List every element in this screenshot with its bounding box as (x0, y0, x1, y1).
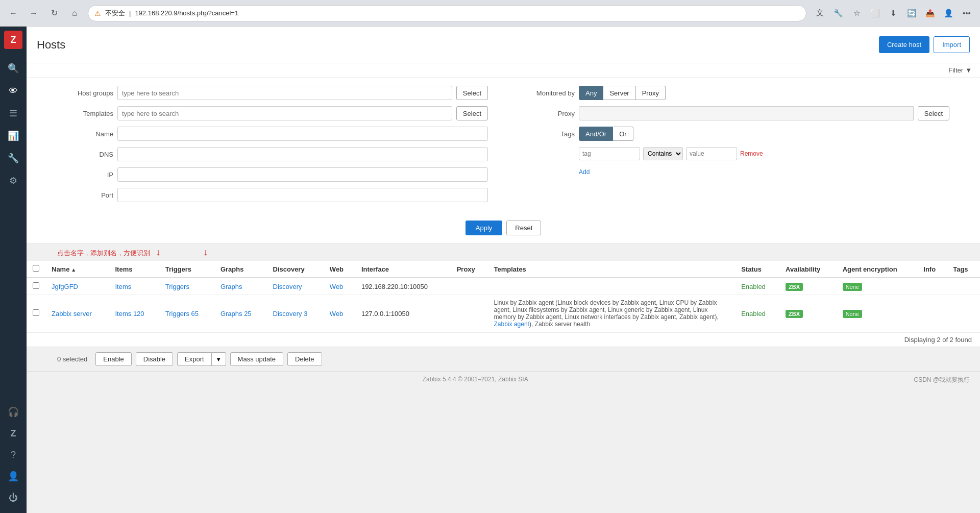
annotation-text: 点击名字，添加别名，方便识别 (57, 249, 150, 257)
row1-checkbox[interactable] (33, 282, 39, 289)
row2-web-link[interactable]: Web (330, 310, 344, 317)
row2-discovery-link[interactable]: Discovery 3 (273, 310, 308, 317)
name-sort-label: Name (52, 265, 76, 273)
monitored-by-proxy[interactable]: Proxy (636, 86, 666, 100)
share-icon[interactable]: 📤 (923, 6, 937, 20)
filter-row-ip: IP (57, 167, 488, 182)
displaying-count: Displaying 2 of 2 found (27, 332, 980, 347)
sidebar-item-logout[interactable]: ⏻ (3, 487, 23, 508)
header-items[interactable]: Items (109, 261, 159, 278)
home-button[interactable]: ⌂ (67, 6, 82, 20)
download-icon[interactable]: ⬇ (886, 6, 900, 20)
sidebar-item-search[interactable]: 🔍 (3, 58, 23, 79)
proxy-select-button[interactable]: Select (918, 106, 949, 120)
enable-button[interactable]: Enable (95, 352, 131, 366)
translate-icon[interactable]: 文 (813, 6, 827, 20)
tags-and-or[interactable]: And/Or (579, 127, 613, 141)
row2-triggers: Triggers 65 (159, 295, 214, 332)
star-icon[interactable]: ☆ (849, 6, 864, 20)
row2-name-link[interactable]: Zabbix server (52, 310, 92, 317)
header-discovery[interactable]: Discovery (267, 261, 324, 278)
row2-items-link[interactable]: Items 120 (115, 310, 144, 317)
filter-right: Monitored by Any Server Proxy Proxy Sele… (519, 86, 949, 208)
filter-toggle[interactable]: Filter ▼ (948, 66, 972, 74)
row2-triggers-link[interactable]: Triggers 65 (165, 310, 199, 317)
hosts-table: Name Items Triggers Graphs Discovery Web… (27, 261, 980, 332)
sidebar-item-zabbix[interactable]: Z (3, 423, 23, 444)
apply-button[interactable]: Apply (465, 221, 503, 235)
row1-triggers-link[interactable]: Triggers (165, 283, 189, 290)
sidebar: Z 🔍 👁 ☰ 📊 🔧 ⚙ 🎧 Z ? 👤 ⏻ (0, 27, 27, 513)
header-agent-encryption[interactable]: Agent encryption (837, 261, 918, 278)
import-button[interactable]: Import (934, 36, 970, 53)
proxy-input[interactable] (579, 106, 914, 120)
tag-value-input[interactable] (686, 147, 737, 160)
tag-remove-link[interactable]: Remove (740, 150, 763, 157)
row2-zabbix-agent-link[interactable]: Zabbix agent (494, 321, 529, 328)
sidebar-item-profile[interactable]: 👤 (3, 466, 23, 486)
header-tags[interactable]: Tags (947, 261, 980, 278)
name-input[interactable] (117, 127, 488, 141)
sidebar-item-reports[interactable]: 📊 (3, 126, 23, 146)
monitored-by-server[interactable]: Server (603, 86, 635, 100)
table-header: Name Items Triggers Graphs Discovery Web… (27, 261, 980, 278)
back-button[interactable]: ← (6, 6, 20, 20)
row1-web-link[interactable]: Web (330, 283, 344, 290)
sidebar-item-help[interactable]: ? (3, 445, 23, 465)
sidebar-item-support[interactable]: 🎧 (3, 402, 23, 422)
row1-name-link[interactable]: JgfgGFD (52, 283, 78, 290)
export-button[interactable]: Export (177, 352, 212, 366)
sidebar-item-configuration[interactable]: 🔧 (3, 148, 23, 168)
forward-button[interactable]: → (27, 6, 41, 20)
dns-input[interactable] (117, 147, 488, 161)
address-bar[interactable]: ⚠ 不安全 | 192.168.220.9/hosts.php?cancel=1 (88, 5, 806, 21)
tags-or[interactable]: Or (613, 127, 633, 141)
port-input[interactable] (117, 188, 488, 202)
delete-button[interactable]: Delete (287, 352, 322, 366)
tags-operator-group: And/Or Or (579, 127, 633, 141)
tag-name-input[interactable] (579, 147, 640, 160)
header-graphs[interactable]: Graphs (214, 261, 267, 278)
monitored-by-any[interactable]: Any (579, 86, 603, 100)
export-dropdown-button[interactable]: ▼ (212, 352, 226, 366)
row2-graphs-link[interactable]: Graphs 25 (220, 310, 252, 317)
more-icon[interactable]: ••• (960, 6, 974, 20)
header-templates[interactable]: Templates (488, 261, 736, 278)
row1-discovery-link[interactable]: Discovery (273, 283, 302, 290)
extension-icon[interactable]: 🔧 (831, 6, 845, 20)
disable-button[interactable]: Disable (136, 352, 173, 366)
browser-extension2-icon[interactable]: 🔄 (904, 6, 919, 20)
create-host-button[interactable]: Create host (879, 36, 929, 53)
header-info[interactable]: Info (917, 261, 947, 278)
sidebar-item-inventory[interactable]: ☰ (3, 103, 23, 124)
row1-tags (947, 278, 980, 295)
header-proxy[interactable]: Proxy (451, 261, 488, 278)
sidebar-item-monitoring[interactable]: 👁 (3, 81, 23, 101)
profile-icon[interactable]: 👤 (941, 6, 955, 20)
header-triggers[interactable]: Triggers (159, 261, 214, 278)
header-interface[interactable]: Interface (355, 261, 451, 278)
tag-add-link[interactable]: Add (579, 168, 590, 176)
collections-icon[interactable]: ⬜ (868, 6, 882, 20)
row1-items-link[interactable]: Items (115, 283, 131, 290)
header-web[interactable]: Web (324, 261, 355, 278)
ip-input[interactable] (117, 167, 488, 182)
host-groups-select-button[interactable]: Select (456, 86, 488, 100)
host-groups-input[interactable] (117, 86, 452, 100)
select-all-checkbox[interactable] (33, 265, 39, 272)
row1-graphs-link[interactable]: Graphs (220, 283, 242, 290)
templates-input[interactable] (117, 106, 452, 120)
name-label: Name (57, 130, 113, 138)
filter-actions: Apply Reset (27, 216, 980, 243)
sidebar-item-administration[interactable]: ⚙ (3, 170, 23, 191)
header-availability[interactable]: Availability (779, 261, 837, 278)
mass-update-button[interactable]: Mass update (230, 352, 283, 366)
tag-condition-select[interactable]: Contains (643, 147, 683, 160)
reset-button[interactable]: Reset (506, 221, 541, 235)
header-name[interactable]: Name (45, 261, 109, 278)
header-status[interactable]: Status (735, 261, 779, 278)
reload-button[interactable]: ↻ (47, 6, 61, 20)
row2-checkbox[interactable] (33, 309, 39, 316)
templates-select-button[interactable]: Select (456, 106, 488, 120)
row2-encryption: None (837, 295, 918, 332)
